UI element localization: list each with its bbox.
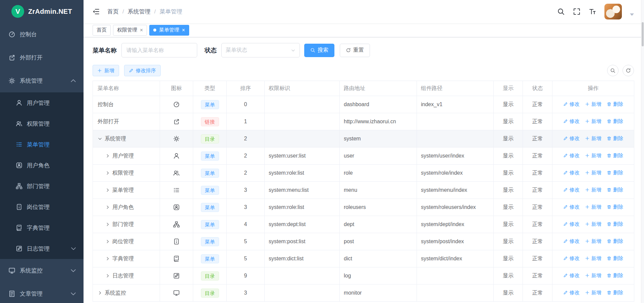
menu-fold-button[interactable] bbox=[92, 8, 100, 15]
add-link[interactable]: 新增 bbox=[585, 170, 601, 176]
scrollbar[interactable] bbox=[641, 0, 644, 303]
edit-link[interactable]: 修改 bbox=[563, 238, 580, 245]
table-row[interactable]: 控制台 菜单 0 dashboard index_v1 显示 正常 修改 新增 … bbox=[93, 96, 634, 113]
delete-link[interactable]: 删除 bbox=[607, 153, 623, 159]
users-icon bbox=[16, 120, 22, 127]
breadcrumb-item[interactable]: 首页 bbox=[107, 8, 119, 15]
table-row[interactable]: 日志管理 目录 9 log 显示 正常 修改 新增 删除 bbox=[93, 267, 634, 285]
header-search-button[interactable] bbox=[557, 8, 565, 15]
add-link[interactable]: 新增 bbox=[585, 118, 601, 125]
table-row[interactable]: 外部打开 链接 1 http://www.izhaorui.cn 显示 正常 修… bbox=[93, 113, 634, 130]
delete-link[interactable]: 删除 bbox=[607, 170, 623, 176]
table-row[interactable]: 部门管理 菜单 4 system:dept:list dept system/d… bbox=[93, 216, 634, 233]
edit-link[interactable]: 修改 bbox=[563, 290, 580, 296]
table-row[interactable]: 字典管理 菜单 5 system:dict:list dict system/d… bbox=[93, 250, 634, 267]
add-link[interactable]: 新增 bbox=[585, 187, 601, 193]
cell-type: 菜单 bbox=[193, 233, 227, 250]
sidebar-item[interactable]: 日志管理 bbox=[0, 238, 84, 259]
edit-link[interactable]: 修改 bbox=[563, 204, 580, 210]
edit-link[interactable]: 修改 bbox=[563, 101, 580, 107]
status-select[interactable]: 菜单状态 bbox=[221, 43, 300, 57]
delete-link[interactable]: 删除 bbox=[607, 187, 623, 193]
table-refresh-button[interactable] bbox=[623, 65, 634, 76]
tab-item[interactable]: 首页 bbox=[93, 25, 111, 36]
sidebar-item[interactable]: 系统管理 bbox=[0, 69, 84, 92]
sidebar-item[interactable]: 岗位管理 bbox=[0, 197, 84, 217]
tab-item[interactable]: 权限管理 × bbox=[113, 25, 147, 36]
sidebar-item[interactable]: 控制台 bbox=[0, 23, 84, 46]
column-header: 排序 bbox=[227, 81, 265, 96]
edit-sort-button[interactable]: 修改排序 bbox=[124, 65, 161, 76]
cell-operations: 修改 新增 删除 bbox=[552, 233, 634, 250]
delete-link[interactable]: 删除 bbox=[607, 290, 623, 296]
table-row[interactable]: 用户管理 菜单 2 system:user:list user system/u… bbox=[93, 147, 634, 165]
cell-icon bbox=[160, 147, 193, 165]
user-role-icon bbox=[173, 204, 180, 211]
add-link[interactable]: 新增 bbox=[585, 238, 601, 245]
breadcrumb-item[interactable]: 菜单管理 bbox=[159, 8, 182, 15]
delete-link[interactable]: 删除 bbox=[607, 101, 623, 107]
cell-route: http://www.izhaorui.cn bbox=[340, 113, 417, 130]
add-link[interactable]: 新增 bbox=[585, 204, 601, 210]
delete-link[interactable]: 删除 bbox=[607, 204, 623, 210]
menu-name-input[interactable] bbox=[121, 43, 197, 57]
table-row[interactable]: 用户角色 菜单 3 system:role:list roleusers sys… bbox=[93, 199, 634, 216]
sidebar-item[interactable]: 系统监控 bbox=[0, 259, 84, 282]
add-link[interactable]: 新增 bbox=[585, 135, 601, 142]
cell-operations: 修改 新增 删除 bbox=[552, 165, 634, 182]
add-link[interactable]: 新增 bbox=[585, 153, 601, 159]
pencil-icon bbox=[563, 256, 568, 261]
table-row[interactable]: 系统管理 目录 2 system 显示 正常 修改 新增 删除 bbox=[93, 130, 634, 147]
delete-link[interactable]: 删除 bbox=[607, 255, 623, 262]
sidebar-item[interactable]: 用户管理 bbox=[0, 92, 84, 113]
table-row[interactable]: 权限管理 菜单 2 system:role:list role system/r… bbox=[93, 165, 634, 182]
edit-link[interactable]: 修改 bbox=[563, 272, 580, 279]
sidebar-item[interactable]: 外部打开 bbox=[0, 46, 84, 69]
add-link[interactable]: 新增 bbox=[585, 221, 601, 227]
edit-link[interactable]: 修改 bbox=[563, 255, 580, 262]
sidebar-item[interactable]: 字典管理 bbox=[0, 217, 84, 238]
add-button[interactable]: 新增 bbox=[93, 65, 119, 76]
edit-link[interactable]: 修改 bbox=[563, 135, 580, 142]
edit-link[interactable]: 修改 bbox=[563, 170, 580, 176]
table-row[interactable]: 菜单管理 菜单 3 system:menu:list menu system/m… bbox=[93, 182, 634, 199]
add-link[interactable]: 新增 bbox=[585, 101, 601, 107]
add-link[interactable]: 新增 bbox=[585, 272, 601, 279]
reset-button[interactable]: 重置 bbox=[340, 44, 370, 57]
edit-link[interactable]: 修改 bbox=[563, 187, 580, 193]
avatar-caret-icon[interactable] bbox=[630, 13, 634, 16]
delete-link[interactable]: 删除 bbox=[607, 118, 623, 125]
delete-link[interactable]: 删除 bbox=[607, 135, 623, 142]
search-button[interactable]: 搜索 bbox=[304, 44, 334, 57]
font-size-button[interactable] bbox=[589, 8, 596, 15]
delete-link[interactable]: 删除 bbox=[607, 238, 623, 245]
cell-status: 正常 bbox=[523, 130, 552, 147]
table-row[interactable]: 系统监控 目录 3 monitor 显示 正常 修改 新增 删除 bbox=[93, 285, 634, 302]
fullscreen-button[interactable] bbox=[573, 8, 581, 15]
delete-link[interactable]: 删除 bbox=[607, 272, 623, 279]
tab-close-icon[interactable]: × bbox=[182, 28, 185, 33]
edit-link[interactable]: 修改 bbox=[563, 221, 580, 227]
breadcrumb-item[interactable]: 系统管理 bbox=[128, 8, 151, 15]
sidebar-item[interactable]: 权限管理 bbox=[0, 113, 84, 134]
sidebar-item[interactable]: 部门管理 bbox=[0, 176, 84, 197]
table-row[interactable]: 岗位管理 菜单 5 system:post:list post system/p… bbox=[93, 233, 634, 250]
edit-link[interactable]: 修改 bbox=[563, 153, 580, 159]
table-search-toggle-button[interactable] bbox=[607, 65, 619, 76]
tab-item[interactable]: 菜单管理 × bbox=[149, 25, 189, 36]
column-header: 路由地址 bbox=[340, 81, 417, 96]
delete-link[interactable]: 删除 bbox=[607, 221, 623, 227]
avatar[interactable] bbox=[604, 4, 622, 19]
add-link[interactable]: 新增 bbox=[585, 290, 601, 296]
edit-link[interactable]: 修改 bbox=[563, 118, 580, 125]
scrollbar-thumb[interactable] bbox=[642, 22, 644, 46]
sidebar-item[interactable]: 文章管理 bbox=[0, 282, 84, 303]
sidebar-item[interactable]: 用户角色 bbox=[0, 155, 84, 176]
cell-order: 4 bbox=[227, 216, 265, 233]
logo[interactable]: V ZrAdmin.NET bbox=[0, 0, 84, 23]
tab-close-icon[interactable]: × bbox=[140, 28, 143, 33]
cell-order: 3 bbox=[227, 285, 265, 302]
add-link[interactable]: 新增 bbox=[585, 255, 601, 262]
sidebar-item[interactable]: 菜单管理 bbox=[0, 134, 84, 155]
gear-icon bbox=[173, 135, 180, 142]
